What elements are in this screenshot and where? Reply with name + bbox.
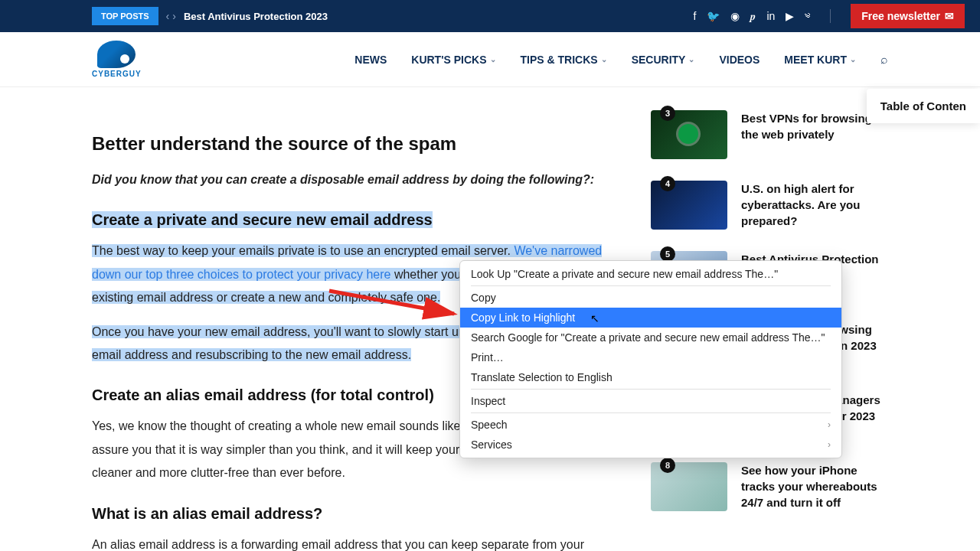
chevron-down-icon: ⌄ bbox=[850, 55, 856, 64]
next-post-arrow[interactable]: › bbox=[172, 10, 176, 22]
paragraph-4: An alias email address is a forwarding e… bbox=[92, 533, 605, 551]
sub-heading-a: Create a private and secure new email ad… bbox=[92, 211, 433, 228]
nav-videos[interactable]: VIDEOS bbox=[719, 54, 760, 66]
logo-text: CYBERGUY bbox=[92, 70, 142, 78]
main-nav-bar: CYBERGUY NEWS KURT'S PICKS⌄ TIPS & TRICK… bbox=[0, 32, 980, 87]
chevron-down-icon: ⌄ bbox=[490, 55, 496, 64]
ctx-lookup[interactable]: Look Up "Create a private and secure new… bbox=[460, 264, 841, 284]
sidebar-title: U.S. on high alert for cyberattacks. Are… bbox=[741, 181, 888, 230]
social-icons: f 🐦 ◉ 𝒑 in ▶ ༄ Free newsletter ✉ bbox=[693, 4, 965, 28]
site-logo[interactable]: CYBERGUY bbox=[92, 41, 142, 78]
intro-text: Did you know that you can create a dispo… bbox=[92, 173, 594, 186]
search-icon[interactable]: ⌕ bbox=[880, 53, 888, 67]
newsletter-label: Free newsletter bbox=[861, 10, 940, 22]
rank-badge: 4 bbox=[660, 176, 675, 191]
sub-heading-c: What is an alias email address? bbox=[92, 505, 605, 523]
nav-links: NEWS KURT'S PICKS⌄ TIPS & TRICKS⌄ SECURI… bbox=[354, 53, 888, 67]
facebook-icon[interactable]: f bbox=[693, 10, 696, 22]
nav-news[interactable]: NEWS bbox=[354, 54, 387, 66]
sidebar-item[interactable]: 3 Best VPNs for browsing the web private… bbox=[651, 110, 888, 159]
ctx-separator bbox=[471, 285, 831, 286]
chevron-down-icon: ⌄ bbox=[601, 55, 607, 64]
rank-badge: 8 bbox=[660, 458, 675, 473]
nav-security[interactable]: SECURITY⌄ bbox=[632, 54, 695, 66]
linkedin-icon[interactable]: in bbox=[766, 10, 775, 22]
nav-kurts-picks[interactable]: KURT'S PICKS⌄ bbox=[411, 54, 495, 66]
submenu-arrow-icon: › bbox=[828, 419, 831, 430]
prev-post-arrow[interactable]: ‹ bbox=[166, 10, 170, 22]
ctx-services[interactable]: Services› bbox=[460, 435, 841, 455]
nav-tips-tricks[interactable]: TIPS & TRICKS⌄ bbox=[521, 54, 607, 66]
top-headline-link[interactable]: Best Antivirus Protection 2023 bbox=[184, 11, 328, 22]
section-heading: Better understand the source of the spam bbox=[92, 133, 605, 155]
ctx-separator bbox=[471, 412, 831, 413]
ctx-speech[interactable]: Speech› bbox=[460, 415, 841, 435]
ctx-copy[interactable]: Copy bbox=[460, 288, 841, 308]
envelope-icon: ✉ bbox=[945, 10, 954, 22]
top-post-nav: ‹ › bbox=[166, 10, 176, 22]
newsletter-button[interactable]: Free newsletter ✉ bbox=[851, 4, 965, 28]
ctx-copy-link-highlight[interactable]: Copy Link to Highlight bbox=[460, 308, 841, 328]
table-of-contents-tab[interactable]: Table of Conten bbox=[867, 89, 980, 123]
logo-icon bbox=[97, 41, 136, 68]
chevron-down-icon: ⌄ bbox=[688, 55, 694, 64]
ctx-inspect[interactable]: Inspect bbox=[460, 391, 841, 411]
context-menu: Look Up "Create a private and secure new… bbox=[459, 260, 842, 458]
sidebar-title: See how your iPhone tracks your whereabo… bbox=[741, 462, 888, 511]
divider bbox=[830, 9, 831, 23]
youtube-icon[interactable]: ▶ bbox=[786, 10, 794, 22]
ctx-separator bbox=[471, 389, 831, 390]
ctx-search-google[interactable]: Search Google for "Create a private and … bbox=[460, 328, 841, 347]
instagram-icon[interactable]: ◉ bbox=[730, 10, 740, 22]
ctx-print[interactable]: Print… bbox=[460, 347, 841, 367]
submenu-arrow-icon: › bbox=[828, 439, 831, 450]
top-posts-badge: TOP POSTS bbox=[92, 7, 158, 25]
top-bar: TOP POSTS ‹ › Best Antivirus Protection … bbox=[0, 0, 980, 32]
twitter-icon[interactable]: 🐦 bbox=[707, 10, 720, 22]
pinterest-icon[interactable]: 𝒑 bbox=[750, 10, 756, 23]
rss-icon[interactable]: ༄ bbox=[805, 10, 810, 22]
sidebar-item[interactable]: 8 See how your iPhone tracks your wherea… bbox=[651, 462, 888, 511]
rank-badge: 5 bbox=[660, 246, 675, 262]
ctx-translate[interactable]: Translate Selection to English bbox=[460, 367, 841, 387]
rank-badge: 3 bbox=[660, 106, 675, 121]
nav-meet-kurt[interactable]: MEET KURT⌄ bbox=[784, 54, 856, 66]
sidebar-item[interactable]: 4 U.S. on high alert for cyberattacks. A… bbox=[651, 181, 888, 230]
